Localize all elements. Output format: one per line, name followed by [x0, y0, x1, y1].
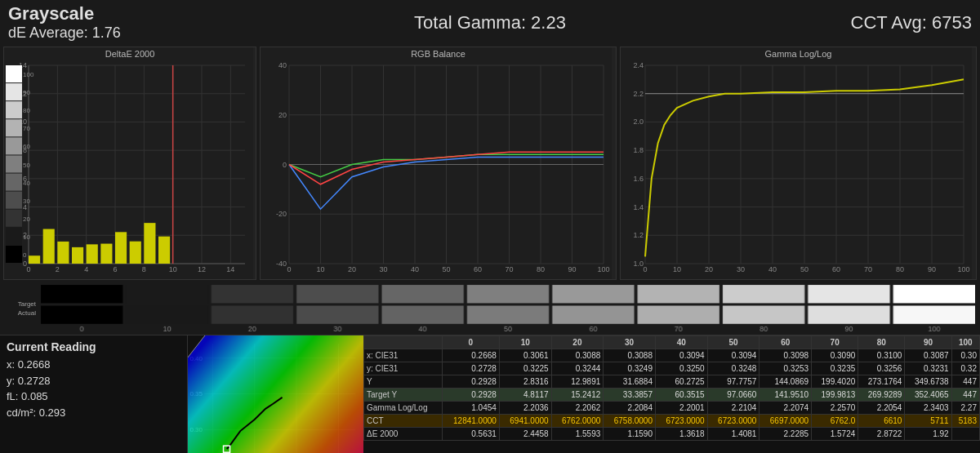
- table-col-header: 50: [707, 336, 760, 349]
- table-cell: 31.6884: [604, 375, 656, 389]
- table-col-header: 20: [551, 336, 604, 349]
- table-cell: 4.8117: [499, 389, 551, 402]
- table-cell: 141.9510: [760, 389, 812, 402]
- table-cell: 2.2285: [760, 428, 812, 441]
- table-cell: 0.32: [951, 362, 979, 375]
- table-cell: 199.9813: [812, 389, 858, 402]
- table-row: Gamma Log/Log1.04542.20362.20622.20842.2…: [364, 402, 980, 415]
- table-row-label: x: CIE31: [364, 349, 443, 362]
- table-row: Y0.29282.831612.989131.688460.272597.775…: [364, 375, 980, 389]
- table-cell: 0.3253: [760, 362, 812, 375]
- table-cell: 12841.0000: [442, 415, 499, 428]
- table-cell: 0.3094: [707, 349, 760, 362]
- table-cell: 0.3256: [858, 362, 905, 375]
- table-cell: 6758.0000: [604, 415, 656, 428]
- swatch-labels: Target Actual: [3, 300, 36, 317]
- actual-label: Actual: [3, 309, 36, 317]
- table-cell: 0.3100: [858, 349, 905, 362]
- table-row-label: Target Y: [364, 389, 443, 402]
- target-label: Target: [3, 300, 36, 308]
- reading-y: y: 0.2728: [7, 373, 180, 389]
- table-cell: 352.4065: [905, 389, 951, 402]
- table-cell: 0.2668: [442, 349, 499, 362]
- header-center: Total Gamma: 2.23: [253, 12, 727, 33]
- delta-e-title: DeltaE 2000: [105, 49, 155, 59]
- table-cell: 0.3087: [905, 349, 951, 362]
- table-row-label: Y: [364, 375, 443, 389]
- table-cell: 2.2054: [858, 402, 905, 415]
- table-cell: 2.2084: [604, 402, 656, 415]
- reading-fL: fL: 0.085: [7, 389, 180, 405]
- table-cell: 2.8722: [858, 428, 905, 441]
- table-cell: 33.3857: [604, 389, 656, 402]
- table-cell: 0.3250: [655, 362, 707, 375]
- table-cell: 0.3090: [812, 349, 858, 362]
- table-cell: [951, 428, 979, 441]
- table-cell: 6723.0000: [655, 415, 707, 428]
- table-cell: 269.9289: [858, 389, 905, 402]
- table-cell: 6762.0: [812, 415, 858, 428]
- table-cell: 2.8316: [499, 375, 551, 389]
- cct-label: CCT Avg: 6753: [727, 12, 972, 33]
- table-cell: 60.3515: [655, 389, 707, 402]
- table-cell: 447: [951, 375, 979, 389]
- table-cell: 1.5593: [551, 428, 604, 441]
- table-row: y: CIE310.27280.32250.32440.32490.32500.…: [364, 362, 980, 375]
- table-row-label: y: CIE31: [364, 362, 443, 375]
- table-row-label: Gamma Log/Log: [364, 402, 443, 415]
- gamma-log-chart: Gamma Log/Log: [620, 47, 977, 280]
- table-cell: 5183: [951, 415, 979, 428]
- table-cell: 0.2928: [442, 389, 499, 402]
- delta-e-chart: DeltaE 2000: [3, 47, 256, 280]
- table-row: CCT12841.00006941.00006762.00006758.0000…: [364, 415, 980, 428]
- table-cell: 97.0660: [707, 389, 760, 402]
- table-cell: 0.3088: [604, 349, 656, 362]
- bottom-section: Current Reading x: 0.2668 y: 0.2728 fL: …: [0, 335, 980, 453]
- table-cell: 349.6738: [905, 375, 951, 389]
- rgb-balance-title: RGB Balance: [411, 49, 466, 59]
- table-col-header: 60: [760, 336, 812, 349]
- table-cell: 6941.0000: [499, 415, 551, 428]
- table-cell: 2.2062: [551, 402, 604, 415]
- reading-panel: Current Reading x: 0.2668 y: 0.2728 fL: …: [0, 335, 188, 453]
- table-col-header: 100: [951, 336, 979, 349]
- table-cell: 0.3225: [499, 362, 551, 375]
- table-cell: 1.92: [905, 428, 951, 441]
- table-cell: 1.5724: [812, 428, 858, 441]
- gamma-log-title: Gamma Log/Log: [765, 49, 832, 59]
- table-cell: 97.7757: [707, 375, 760, 389]
- table-cell: 0.3235: [812, 362, 858, 375]
- table-cell: 6697.0000: [760, 415, 812, 428]
- table-cell: 6762.0000: [551, 415, 604, 428]
- table-cell: 0.3098: [760, 349, 812, 362]
- table-cell: 1.4081: [707, 428, 760, 441]
- table-cell: 2.4458: [499, 428, 551, 441]
- table-cell: 0.2728: [442, 362, 499, 375]
- table-col-header: 80: [858, 336, 905, 349]
- table-cell: 273.1764: [858, 375, 905, 389]
- table-row-label: CCT: [364, 415, 443, 428]
- table-cell: 2.2104: [707, 402, 760, 415]
- table-cell: 1.0454: [442, 402, 499, 415]
- reading-x: x: 0.2668: [7, 357, 180, 373]
- swatches-row: Target Actual: [0, 282, 980, 335]
- table-cell: 15.2412: [551, 389, 604, 402]
- header-right: CCT Avg: 6753: [727, 12, 972, 33]
- table-cell: 12.9891: [551, 375, 604, 389]
- table-cell: 144.0869: [760, 375, 812, 389]
- table-cell: 60.2725: [655, 375, 707, 389]
- table-col-header: [364, 336, 443, 349]
- table-cell: 2.2001: [655, 402, 707, 415]
- table-cell: 2.2074: [760, 402, 812, 415]
- table-cell: 0.3244: [551, 362, 604, 375]
- table-cell: 447: [951, 389, 979, 402]
- table-cell: 2.27: [951, 402, 979, 415]
- table-cell: 0.5631: [442, 428, 499, 441]
- table-body: x: CIE310.26680.30610.30880.30880.30940.…: [364, 349, 980, 441]
- de-avg-label: dE Average: 1.76: [8, 24, 253, 42]
- table-cell: 0.30: [951, 349, 979, 362]
- table-col-header: 70: [812, 336, 858, 349]
- header: Grayscale dE Average: 1.76 Total Gamma: …: [0, 0, 980, 45]
- table-col-header: 40: [655, 336, 707, 349]
- table-row: x: CIE310.26680.30610.30880.30880.30940.…: [364, 349, 980, 362]
